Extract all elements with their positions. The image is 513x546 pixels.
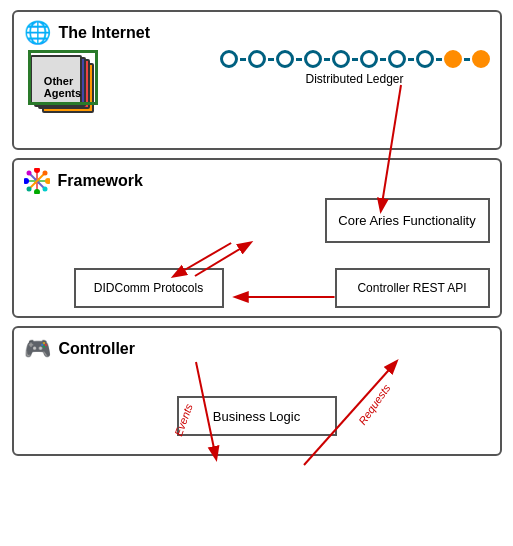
internet-label: The Internet bbox=[59, 24, 151, 42]
controller-header: 🎮 Controller bbox=[14, 328, 500, 366]
chain-link bbox=[408, 58, 414, 61]
architecture-diagram: 🌐 The Internet OtherAgents bbox=[12, 10, 502, 456]
svg-point-7 bbox=[24, 178, 29, 184]
didcomm-box: DIDComm Protocols bbox=[74, 268, 224, 308]
chain-node-orange bbox=[472, 50, 490, 68]
chain-node bbox=[416, 50, 434, 68]
internet-section: 🌐 The Internet OtherAgents bbox=[12, 10, 502, 150]
framework-label: Framework bbox=[58, 172, 143, 190]
business-logic-label: Business Logic bbox=[213, 409, 300, 424]
internet-content: OtherAgents bbox=[14, 50, 500, 145]
controller-section: 🎮 Controller Business Logic bbox=[12, 326, 502, 456]
svg-point-8 bbox=[45, 178, 50, 184]
controller-label: Controller bbox=[59, 340, 135, 358]
chain-link bbox=[324, 58, 330, 61]
chain-link bbox=[268, 58, 274, 61]
controller-content: Business Logic bbox=[14, 366, 500, 456]
chain-node bbox=[304, 50, 322, 68]
business-logic-box: Business Logic bbox=[177, 396, 337, 436]
didcomm-label: DIDComm Protocols bbox=[94, 281, 203, 295]
chain-node bbox=[248, 50, 266, 68]
chain-node bbox=[360, 50, 378, 68]
chain-link bbox=[240, 58, 246, 61]
chain-link bbox=[464, 58, 470, 61]
core-aries-box: Core Aries Functionality bbox=[325, 198, 490, 243]
svg-point-12 bbox=[26, 187, 31, 192]
other-agents-label: OtherAgents bbox=[44, 75, 81, 99]
svg-point-6 bbox=[34, 189, 40, 194]
chain-link bbox=[352, 58, 358, 61]
core-aries-label: Core Aries Functionality bbox=[338, 213, 475, 228]
svg-point-10 bbox=[42, 187, 47, 192]
chain-node bbox=[220, 50, 238, 68]
controller-icon: 🎮 bbox=[24, 336, 51, 362]
internet-header: 🌐 The Internet bbox=[14, 12, 500, 50]
chain-link bbox=[380, 58, 386, 61]
other-agents-box: OtherAgents bbox=[28, 50, 98, 105]
ledger-chain bbox=[220, 50, 490, 68]
chain-node bbox=[332, 50, 350, 68]
controller-rest-box: Controller REST API bbox=[335, 268, 490, 308]
framework-content: Core Aries Functionality DIDComm Protoco… bbox=[14, 198, 500, 318]
ledger-area: Distributed Ledger bbox=[220, 50, 490, 86]
chain-node bbox=[276, 50, 294, 68]
rest-api-label: Controller REST API bbox=[357, 281, 466, 295]
chain-link bbox=[296, 58, 302, 61]
chain-node bbox=[388, 50, 406, 68]
svg-point-5 bbox=[34, 168, 40, 173]
chain-node-orange bbox=[444, 50, 462, 68]
ledger-label: Distributed Ledger bbox=[305, 72, 403, 86]
chain-link bbox=[436, 58, 442, 61]
framework-section: Framework Core Aries Functionality DIDCo… bbox=[12, 158, 502, 318]
framework-header: Framework bbox=[14, 160, 500, 198]
svg-point-11 bbox=[42, 171, 47, 176]
svg-point-9 bbox=[26, 171, 31, 176]
globe-icon: 🌐 bbox=[24, 20, 51, 46]
framework-icon bbox=[24, 168, 50, 194]
